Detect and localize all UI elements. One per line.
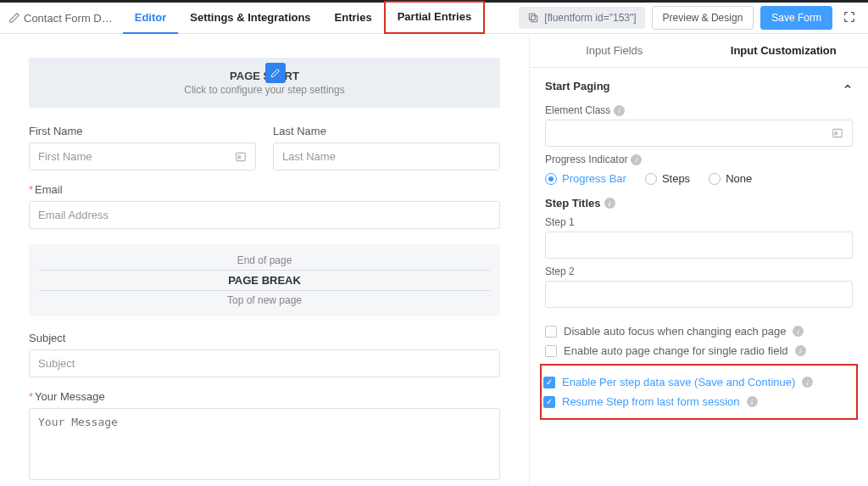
- first-name-input[interactable]: First Name: [29, 142, 256, 170]
- check-autopage[interactable]: Enable auto page change for single radio…: [545, 344, 853, 357]
- page-start-block[interactable]: PAGE START Click to configure your step …: [29, 58, 500, 108]
- email-input[interactable]: Email Address: [29, 201, 500, 229]
- contact-icon: [832, 127, 843, 139]
- pencil-icon[interactable]: [265, 63, 286, 83]
- radio-progress-bar[interactable]: Progress Bar: [545, 172, 626, 185]
- first-name-label: First Name: [29, 125, 256, 137]
- tab-settings[interactable]: Settings & Integrations: [178, 3, 322, 34]
- section-start-paging[interactable]: Start Paging: [545, 80, 853, 92]
- save-button[interactable]: Save Form: [760, 6, 832, 30]
- last-name-input[interactable]: Last Name: [273, 142, 500, 170]
- check-resume-step[interactable]: Resume Step from last form session i: [543, 395, 849, 408]
- page-break-block[interactable]: End of page PAGE BREAK Top of new page: [29, 244, 500, 316]
- checkbox-icon: [545, 345, 557, 357]
- message-label: *Your Message: [29, 390, 500, 403]
- info-icon[interactable]: i: [747, 396, 758, 407]
- svg-rect-4: [833, 129, 843, 137]
- fullscreen-icon[interactable]: [839, 7, 860, 30]
- topbar-actions: [fluentform id="153"] Preview & Design S…: [519, 6, 860, 30]
- info-icon[interactable]: i: [614, 105, 625, 116]
- check-autofocus[interactable]: Disable auto focus when changing each pa…: [545, 325, 853, 338]
- contact-icon: [235, 151, 247, 163]
- step-titles-label: Step Titles i: [545, 197, 853, 209]
- shortcode-box[interactable]: [fluentform id="153"]: [519, 7, 644, 29]
- page-start-sub: Click to configure your step settings: [41, 84, 488, 96]
- page-break-top: Top of new page: [39, 294, 490, 306]
- check-per-step-save[interactable]: Enable Per step data save (Save and Cont…: [543, 376, 849, 388]
- topbar: Contact Form D… Editor Settings & Integr…: [0, 0, 868, 34]
- checkbox-icon: [545, 326, 557, 338]
- form-name: Contact Form D…: [24, 12, 113, 25]
- step1-label: Step 1: [545, 216, 853, 228]
- last-name-label: Last Name: [273, 125, 500, 137]
- copy-icon: [527, 12, 539, 24]
- email-label: *Email: [29, 183, 500, 196]
- element-class-label: Element Class i: [545, 104, 853, 116]
- svg-rect-2: [236, 153, 246, 160]
- preview-button[interactable]: Preview & Design: [652, 6, 754, 30]
- form-builder: PAGE START Click to configure your step …: [0, 34, 529, 486]
- subject-input[interactable]: Subject: [29, 349, 500, 377]
- step2-label: Step 2: [545, 265, 853, 277]
- info-icon[interactable]: i: [793, 326, 804, 337]
- info-icon[interactable]: i: [631, 154, 642, 165]
- page-break-end: End of page: [39, 254, 490, 266]
- progress-radios: Progress Bar Steps None: [545, 172, 853, 185]
- checkbox-icon: [543, 396, 555, 408]
- radio-none[interactable]: None: [709, 172, 752, 185]
- progress-indicator-label: Progress Indicator i: [545, 154, 853, 165]
- rtab-input-customization[interactable]: Input Customization: [699, 34, 869, 67]
- breadcrumb[interactable]: Contact Form D…: [8, 12, 120, 25]
- message-input[interactable]: [29, 408, 500, 480]
- info-icon[interactable]: i: [795, 345, 806, 356]
- tab-entries[interactable]: Entries: [323, 3, 384, 34]
- tab-partial-entries[interactable]: Partial Entries: [384, 1, 485, 34]
- subject-label: Subject: [29, 332, 500, 344]
- svg-rect-1: [530, 14, 536, 20]
- info-icon[interactable]: i: [604, 198, 615, 209]
- element-class-input[interactable]: [545, 120, 853, 147]
- sidebar: Input Fields Input Customization Start P…: [529, 34, 868, 486]
- page-break-label: PAGE BREAK: [39, 274, 490, 287]
- radio-steps[interactable]: Steps: [645, 172, 690, 185]
- rtab-input-fields[interactable]: Input Fields: [530, 34, 699, 67]
- svg-rect-0: [531, 16, 537, 22]
- svg-point-3: [238, 155, 240, 157]
- step2-input[interactable]: [545, 281, 853, 308]
- svg-point-5: [835, 131, 837, 133]
- chevron-up-icon: [843, 81, 853, 92]
- header-tabs: Editor Settings & Integrations Entries P…: [123, 3, 485, 34]
- info-icon[interactable]: i: [802, 377, 813, 388]
- highlight-box: Enable Per step data save (Save and Cont…: [540, 364, 858, 420]
- step1-input[interactable]: [545, 232, 853, 259]
- edit-icon: [8, 12, 20, 24]
- tab-editor[interactable]: Editor: [123, 3, 179, 34]
- checkbox-icon: [543, 377, 555, 388]
- page-start-title: PAGE START: [41, 70, 488, 82]
